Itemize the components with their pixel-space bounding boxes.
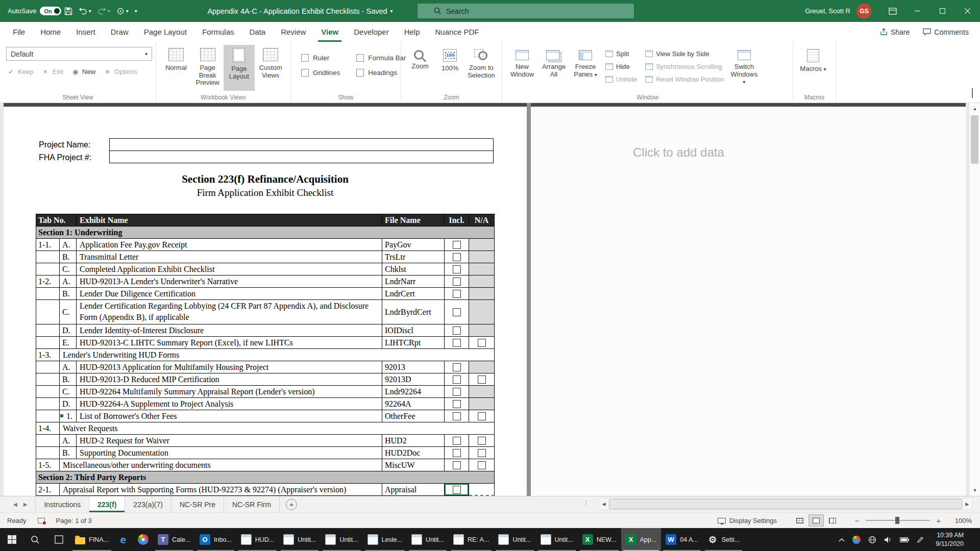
cell-exhibit-name[interactable]: HUD-92013-D Reduced MIP Certification xyxy=(77,373,382,386)
undo-button[interactable]: ▾ xyxy=(76,0,94,22)
incl-checkbox[interactable] xyxy=(453,290,461,298)
cell-exhibit-name[interactable]: HUD-92264 Multifamily Summary Appraisal … xyxy=(77,386,382,398)
restore-button[interactable] xyxy=(930,0,955,22)
record-macro-icon[interactable] xyxy=(38,518,45,523)
zoom-to-selection-button[interactable]: Zoom to Selection xyxy=(465,45,498,91)
sheet-tab-nc-sr-pre[interactable]: NC-SR Pre xyxy=(172,496,224,512)
battery-icon[interactable] xyxy=(900,537,909,542)
horizontal-scroll-thumb[interactable] xyxy=(609,499,962,509)
cell-incl[interactable] xyxy=(445,398,469,410)
taskbar-app-untit-12[interactable]: Untit... xyxy=(536,528,578,551)
cell-file-name[interactable]: PayGov xyxy=(382,239,445,251)
unhide-button[interactable]: Unhide xyxy=(605,76,637,83)
tab-home[interactable]: Home xyxy=(33,22,68,42)
quick-access-chevron[interactable]: ▾ xyxy=(126,9,129,14)
taskbar-app-cale-3[interactable]: TCale... xyxy=(153,528,195,551)
cell-tab-no[interactable]: 1-3. xyxy=(36,349,60,361)
autosave-toggle[interactable]: AutoSave On xyxy=(8,7,61,15)
incl-checkbox[interactable] xyxy=(453,265,461,273)
zoom-slider[interactable] xyxy=(866,520,930,521)
cell-exhibit-name[interactable]: List of Borrower's Other Fees xyxy=(77,410,382,422)
cell-exhibit-name[interactable]: Waiver Requests xyxy=(60,422,495,435)
tab-page-layout[interactable]: Page Layout xyxy=(136,22,194,42)
cell-exhibit-name[interactable]: Appraisal Report with Supporting Forms (… xyxy=(60,484,382,496)
cell-exhibit-name[interactable]: Lender's Underwriting HUD Forms xyxy=(60,349,495,361)
page-break-preview-button[interactable]: Page Break Preview xyxy=(192,45,224,91)
ribbon-display-options-button[interactable] xyxy=(880,0,905,22)
cell-sub-letter[interactable]: B. xyxy=(60,447,77,459)
headings-checkbox[interactable]: Headings xyxy=(356,69,406,77)
cell-na[interactable] xyxy=(469,263,495,276)
tab-view[interactable]: View xyxy=(313,22,346,42)
cell-incl[interactable] xyxy=(445,386,469,398)
incl-checkbox[interactable] xyxy=(453,449,461,457)
cell-tab-no[interactable] xyxy=(36,373,60,386)
cell-sub-letter[interactable]: A. xyxy=(60,239,77,251)
incl-checkbox[interactable] xyxy=(453,363,461,371)
cell-tab-no[interactable]: 1-5. xyxy=(36,459,60,471)
cell-incl[interactable] xyxy=(445,300,469,324)
taskbar-search-button[interactable] xyxy=(23,528,47,551)
speaker-icon[interactable] xyxy=(884,536,892,543)
incl-checkbox[interactable] xyxy=(453,241,461,249)
cell-file-name[interactable]: HUD2 xyxy=(382,435,445,447)
taskbar-app-chrome-2[interactable] xyxy=(133,528,153,551)
cell-tab-no[interactable] xyxy=(36,361,60,373)
header-na[interactable]: N/A xyxy=(469,214,495,227)
cell-file-name[interactable]: LndrCert xyxy=(382,288,445,300)
tray-expand-chevron-icon[interactable] xyxy=(839,538,845,542)
vertical-scrollbar[interactable]: ▲ ▼ xyxy=(969,103,980,496)
zoom-button[interactable]: Zoom xyxy=(405,45,435,91)
cell-file-name[interactable]: LndrNarr xyxy=(382,276,445,288)
tab-help[interactable]: Help xyxy=(397,22,428,42)
incl-checkbox[interactable] xyxy=(453,375,461,384)
taskbar-app-fina-0[interactable]: FINA... xyxy=(70,528,113,551)
incl-checkbox[interactable] xyxy=(453,308,461,316)
display-settings-button[interactable]: Display Settings xyxy=(718,517,777,524)
tab-review[interactable]: Review xyxy=(273,22,313,42)
synchronous-scrolling-button[interactable]: Synchronous Scrolling xyxy=(645,63,724,70)
save-button[interactable] xyxy=(61,0,76,22)
new-window-button[interactable]: New Window xyxy=(506,45,538,91)
tab-nuance-pdf[interactable]: Nuance PDF xyxy=(428,22,487,42)
cell-incl[interactable] xyxy=(445,263,469,276)
taskbar-app-edge-1[interactable]: e xyxy=(113,528,133,551)
cell-file-name[interactable]: LIHTCRpt xyxy=(382,337,445,349)
new-sheet-view-button[interactable]: ◉New xyxy=(71,68,95,76)
header-incl[interactable]: Incl. xyxy=(445,214,469,227)
na-checkbox[interactable] xyxy=(478,412,486,420)
sheet-tab-223a7[interactable]: 223(a)(7) xyxy=(125,496,172,512)
scroll-left-arrow[interactable]: ◀ xyxy=(599,502,609,507)
cell-exhibit-name[interactable]: Transmittal Letter xyxy=(77,251,382,263)
zoom-100-button[interactable]: 100% xyxy=(435,45,464,91)
incl-checkbox[interactable] xyxy=(453,253,461,261)
cell-exhibit-name[interactable]: Completed Application Exhibit Checklist xyxy=(77,263,382,276)
cell-file-name[interactable]: Appraisal xyxy=(382,484,445,496)
cell-tab-no[interactable] xyxy=(36,288,60,300)
cell-na[interactable] xyxy=(469,276,495,288)
incl-checkbox[interactable] xyxy=(453,412,461,420)
cell-tab-no[interactable]: 1-4. xyxy=(36,422,60,435)
new-sheet-button[interactable]: + xyxy=(286,499,297,510)
cell-sub-letter[interactable]: C. xyxy=(60,263,77,276)
cell-na[interactable] xyxy=(469,288,495,300)
taskbar-app-untit-9[interactable]: Untit... xyxy=(407,528,449,551)
start-button[interactable] xyxy=(0,528,23,551)
incl-checkbox[interactable] xyxy=(453,339,461,347)
cell-sub-letter[interactable]: B. xyxy=(60,251,77,263)
cell-sub-letter[interactable]: B. xyxy=(60,288,77,300)
horizontal-scrollbar[interactable]: ◀ ▶ xyxy=(598,498,973,510)
taskbar-app-app-14[interactable]: XApp... xyxy=(621,528,662,551)
sheet-tab-223f[interactable]: 223(f) xyxy=(89,496,125,512)
hide-button[interactable]: Hide xyxy=(605,63,637,70)
cell-tab-no[interactable] xyxy=(36,263,60,276)
cell-na[interactable] xyxy=(469,300,495,324)
comments-button[interactable]: Comments xyxy=(923,28,969,36)
custom-views-button[interactable]: Custom Views xyxy=(255,45,286,91)
tab-formulas[interactable]: Formulas xyxy=(194,22,242,42)
cell-sub-letter[interactable]: E. xyxy=(60,337,77,349)
reset-window-position-button[interactable]: Reset Window Position xyxy=(645,76,724,83)
collapse-ribbon-button[interactable] xyxy=(972,89,973,98)
switch-windows-button[interactable]: Switch Windows ▾ xyxy=(728,45,760,91)
taskbar-app-untit-7[interactable]: Untit... xyxy=(321,528,362,551)
